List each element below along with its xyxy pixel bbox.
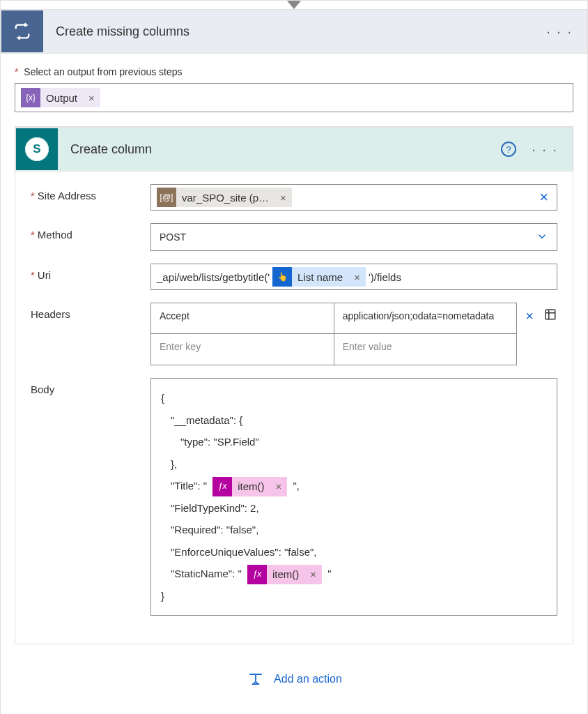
sharepoint-action-menu[interactable]: · · ·	[532, 142, 558, 158]
sharepoint-action-title: Create column	[70, 142, 501, 157]
add-action-button[interactable]: Add an action	[15, 644, 573, 697]
remove-token-icon[interactable]: ×	[348, 271, 366, 283]
method-select[interactable]: POST	[150, 223, 557, 251]
required-star: *	[15, 66, 18, 77]
loop-icon	[1, 10, 43, 52]
variable-at-icon: [@]	[157, 188, 176, 207]
select-output-field[interactable]: {x} Output ×	[15, 83, 573, 112]
sharepoint-icon: S	[16, 128, 58, 170]
header-key-cell[interactable]: Accept	[151, 303, 334, 334]
flow-connector-arrow	[287, 1, 301, 9]
headers-grid: Accept application/json;odata=nometadata…	[150, 303, 517, 365]
chevron-down-icon	[536, 230, 548, 245]
site-address-input[interactable]: [@] var_SPO_site (p… × ×	[150, 184, 557, 211]
method-label: *Method	[31, 223, 150, 241]
item-token[interactable]: ƒx item() ×	[212, 477, 287, 496]
remove-token-icon[interactable]: ×	[83, 92, 100, 104]
remove-token-icon[interactable]: ×	[270, 476, 288, 498]
headers-label: Headers	[31, 303, 150, 320]
loop-action-menu[interactable]: · · ·	[546, 24, 573, 40]
delete-header-icon[interactable]: ×	[525, 308, 534, 324]
help-icon[interactable]: ?	[501, 142, 516, 157]
sharepoint-action-header[interactable]: S Create column ? · · ·	[15, 127, 573, 172]
site-address-token[interactable]: [@] var_SPO_site (p… ×	[157, 188, 292, 207]
add-action-icon	[246, 671, 265, 688]
fx-icon: ƒx	[247, 565, 267, 584]
item-token[interactable]: ƒx item() ×	[247, 565, 322, 584]
remove-token-icon[interactable]: ×	[274, 192, 292, 204]
uri-input[interactable]: _api/web/lists/getbytitle(' 👆 List name …	[150, 264, 557, 290]
variable-icon: {x}	[21, 88, 40, 107]
loop-action-title: Create missing columns	[56, 24, 546, 39]
header-row-empty: Enter key Enter value	[151, 334, 516, 365]
header-value-cell[interactable]: application/json;odata=nometadata	[334, 303, 517, 334]
output-token[interactable]: {x} Output ×	[21, 88, 100, 107]
switch-mode-icon[interactable]	[543, 308, 557, 324]
uri-label: *Uri	[31, 264, 150, 281]
remove-token-icon[interactable]: ×	[304, 563, 322, 586]
list-name-token[interactable]: 👆 List name ×	[272, 267, 366, 287]
fx-icon: ƒx	[212, 477, 232, 496]
site-address-label: *Site Address	[31, 184, 150, 202]
select-output-label: * Select an output from previous steps	[15, 66, 573, 77]
header-row: Accept application/json;odata=nometadata	[151, 303, 516, 334]
header-value-input[interactable]: Enter value	[334, 334, 517, 365]
clear-field-icon[interactable]: ×	[536, 188, 551, 206]
loop-action-header[interactable]: Create missing columns · · ·	[1, 9, 587, 54]
header-key-input[interactable]: Enter key	[151, 334, 334, 365]
svg-rect-0	[546, 310, 555, 319]
body-input[interactable]: { "__metadata": { "type": "SP.Field" }, …	[150, 378, 557, 616]
body-label: Body	[31, 378, 150, 395]
dynamic-content-icon: 👆	[272, 267, 292, 287]
